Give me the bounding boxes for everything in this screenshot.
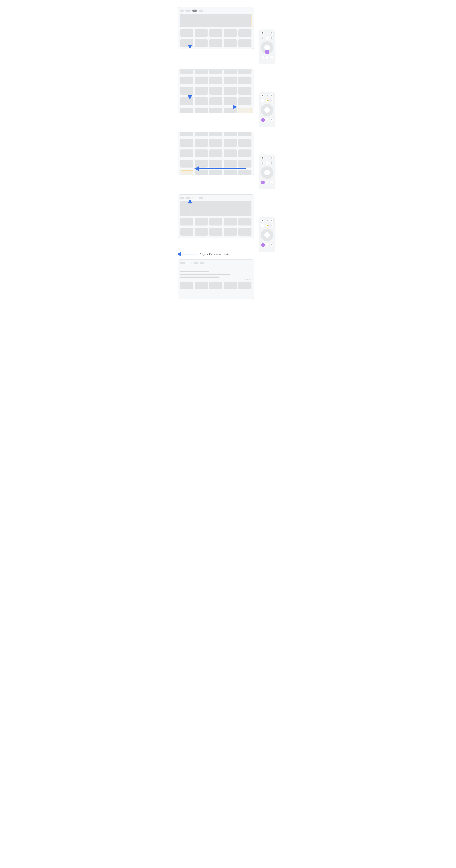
power-button[interactable]: ⏻ bbox=[261, 219, 264, 222]
content-tile[interactable] bbox=[195, 282, 208, 289]
content-row bbox=[180, 108, 252, 113]
back-button-highlighted[interactable]: ← bbox=[261, 181, 265, 184]
mic-icon bbox=[266, 33, 267, 33]
power-button[interactable]: ⏻ bbox=[261, 156, 264, 160]
settings-button[interactable]: ⚙ bbox=[270, 99, 274, 102]
bookmark-button[interactable]: ☐ bbox=[261, 224, 264, 227]
back-button[interactable]: ← bbox=[261, 56, 265, 59]
content-tile[interactable] bbox=[195, 29, 208, 37]
back-button-highlighted[interactable]: ← bbox=[261, 118, 265, 122]
content-tile[interactable] bbox=[238, 39, 252, 47]
tab-bar bbox=[180, 197, 252, 199]
content-tile[interactable] bbox=[180, 29, 193, 37]
tab[interactable] bbox=[180, 9, 184, 12]
assistant-button[interactable] bbox=[265, 161, 269, 165]
hero-card-focused[interactable] bbox=[180, 14, 252, 27]
content-tile[interactable] bbox=[238, 282, 252, 289]
tab-bar bbox=[180, 9, 252, 12]
mic-icon bbox=[266, 95, 267, 96]
content-tile[interactable] bbox=[180, 39, 193, 47]
settings-button[interactable]: ⚙ bbox=[270, 224, 274, 227]
content-row bbox=[180, 29, 252, 37]
tab[interactable] bbox=[180, 262, 186, 264]
tab-focused-origin[interactable] bbox=[187, 262, 192, 264]
bookmark-button[interactable]: ☐ bbox=[261, 99, 264, 102]
settings-button[interactable]: ⚙ bbox=[270, 36, 274, 40]
content-tile[interactable] bbox=[180, 282, 193, 289]
tv-panel-4 bbox=[178, 194, 254, 238]
home-button[interactable]: ⌂ bbox=[265, 181, 269, 184]
content-tile[interactable] bbox=[209, 39, 223, 47]
input-button[interactable]: ⧉ bbox=[270, 219, 274, 222]
content-tile[interactable] bbox=[238, 29, 252, 37]
tab[interactable] bbox=[186, 197, 191, 199]
content-tile[interactable] bbox=[209, 170, 223, 175]
remote-control: ⏻ ⧉ ☐ ⚙ ← ⌂ ▢ bbox=[259, 30, 275, 62]
tv-panel-5 bbox=[178, 259, 254, 299]
dpad-select[interactable] bbox=[264, 107, 270, 113]
dpad-select[interactable] bbox=[264, 232, 270, 238]
tab[interactable] bbox=[193, 262, 199, 264]
skeleton-text bbox=[180, 277, 220, 278]
dpad[interactable] bbox=[261, 229, 273, 241]
content-row bbox=[180, 39, 252, 47]
bookmark-button[interactable]: ☐ bbox=[261, 36, 264, 40]
content-tile[interactable] bbox=[238, 170, 252, 175]
power-button[interactable]: ⏻ bbox=[261, 31, 264, 35]
dpad[interactable] bbox=[261, 41, 273, 54]
power-button[interactable]: ⏻ bbox=[261, 94, 264, 97]
assistant-button[interactable] bbox=[265, 99, 269, 102]
dpad[interactable] bbox=[261, 166, 273, 179]
content-tile[interactable] bbox=[180, 108, 193, 113]
content-tile[interactable] bbox=[209, 29, 223, 37]
content-tile[interactable] bbox=[195, 108, 208, 113]
home-button[interactable]: ⌂ bbox=[265, 243, 269, 247]
caption-text: Original Departure Location bbox=[200, 253, 231, 256]
arrow-left-caption bbox=[178, 252, 197, 256]
remote-control: ⏻ ⧉ ☐ ⚙ ← ⌂ ▢ bbox=[259, 155, 275, 187]
tab[interactable] bbox=[186, 9, 191, 12]
input-button[interactable]: ⧉ bbox=[270, 31, 274, 35]
content-tile[interactable] bbox=[224, 282, 237, 289]
settings-button[interactable]: ⚙ bbox=[270, 161, 274, 165]
content-tile[interactable] bbox=[224, 108, 237, 113]
hero-card[interactable] bbox=[180, 201, 252, 216]
live-tv-button[interactable]: ▢ bbox=[269, 181, 273, 184]
dpad[interactable] bbox=[261, 104, 273, 116]
tab-active[interactable] bbox=[192, 9, 197, 12]
input-button[interactable]: ⧉ bbox=[270, 156, 274, 160]
tab-focused[interactable] bbox=[192, 197, 197, 199]
tab-bar bbox=[180, 262, 252, 264]
live-tv-button[interactable]: ▢ bbox=[269, 118, 273, 122]
tab[interactable] bbox=[199, 197, 203, 199]
content-tile[interactable] bbox=[224, 29, 237, 37]
content-tile-focused[interactable] bbox=[180, 170, 193, 175]
live-tv-button[interactable]: ▢ bbox=[269, 56, 273, 59]
tab[interactable] bbox=[199, 9, 203, 12]
content-tile-focused[interactable] bbox=[238, 108, 252, 113]
assistant-button[interactable] bbox=[265, 36, 269, 40]
dpad-down-highlight bbox=[265, 50, 269, 54]
dpad-select[interactable] bbox=[264, 170, 270, 175]
live-tv-button[interactable]: ▢ bbox=[269, 243, 273, 247]
content-tile[interactable] bbox=[224, 39, 237, 47]
content-tile[interactable] bbox=[195, 170, 208, 175]
content-tile[interactable] bbox=[224, 170, 237, 175]
assistant-button[interactable] bbox=[265, 224, 269, 227]
input-button[interactable]: ⧉ bbox=[270, 94, 274, 97]
bookmark-button[interactable]: ☐ bbox=[261, 161, 264, 165]
caption-row: Original Departure Location bbox=[178, 252, 278, 256]
skeleton-text bbox=[180, 274, 230, 275]
content-tile[interactable] bbox=[209, 282, 223, 289]
tab[interactable] bbox=[200, 262, 204, 264]
mic-icon bbox=[266, 158, 267, 158]
content-tile[interactable] bbox=[195, 39, 208, 47]
mic-icon bbox=[266, 220, 267, 221]
content-tile[interactable] bbox=[209, 108, 223, 113]
tv-panel-2 bbox=[178, 69, 254, 113]
tab[interactable] bbox=[180, 197, 184, 199]
home-button[interactable]: ⌂ bbox=[265, 56, 269, 59]
back-button-highlighted[interactable]: ← bbox=[261, 243, 265, 247]
home-button[interactable]: ⌂ bbox=[265, 118, 269, 122]
pagination-dots bbox=[180, 279, 252, 280]
